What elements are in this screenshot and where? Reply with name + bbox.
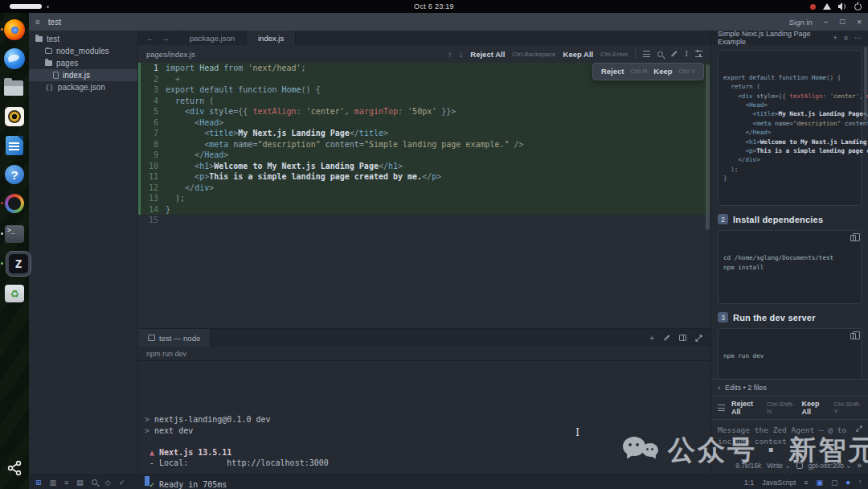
maximize-terminal-icon[interactable] [695,335,702,342]
reject-all-shortcut: Ctrl-Backspace [512,51,555,58]
restore-button[interactable]: ▢ [840,18,846,27]
tree-label: node_modules [56,47,109,55]
editor-scrollbar[interactable] [706,64,710,230]
dock-help-icon[interactable]: ? [4,164,25,185]
tree-item-package-json[interactable]: {}package.json [29,81,137,93]
dock-files-icon[interactable] [4,77,25,98]
review-list-icon[interactable] [718,405,725,411]
prev-hunk-icon[interactable]: ↑ [448,50,452,59]
breadcrumb[interactable]: pages/index.js [146,50,195,59]
agent-panel: Simple Next.js Landing Page Example + ≡ … [710,31,868,475]
step-3-badge: 3 [718,312,728,323]
edits-summary-bar[interactable]: › Edits • 2 files [711,379,868,396]
dock-terminal-icon[interactable]: >_ [4,224,25,244]
dock-software-center-icon[interactable] [4,193,25,214]
dock-zed-icon[interactable]: Z [4,251,25,272]
nav-forward-icon[interactable]: → [162,34,170,43]
zed-window: ≡ test Sign in − ▢ × test node_modules p… [29,13,868,489]
tree-item-index-js[interactable]: index.js [29,69,137,81]
folder-open-icon [45,60,52,66]
split-pane-icon[interactable] [679,335,686,341]
dock-firefox-icon[interactable] [4,19,25,40]
thread-title[interactable]: Simple Next.js Landing Page Example [718,30,833,46]
panel-more-icon[interactable]: ⋯ [854,34,862,42]
tab-bar: ← → package.json index.js [138,31,710,45]
terminal-edit-icon[interactable] [663,337,670,339]
app-menu-icon[interactable]: ≡ [35,18,40,27]
language-selector[interactable]: JavaScript [762,479,796,487]
diagnostics-icon[interactable]: ◇ [105,479,111,487]
assistant-toggle-icon[interactable]: ▢ [831,479,838,487]
tab-package-json[interactable]: package.json [178,31,247,45]
search-toggle-icon[interactable] [92,479,97,485]
volume-icon[interactable] [838,2,847,10]
copilot-icon[interactable]: ◆ [846,479,850,486]
code-lines[interactable]: import Head from 'next/head'; +export de… [166,63,710,215]
desktop: Oct 6 23:19 ? >_ Z ♻ ≡ test [0,0,868,489]
tree-item-root[interactable]: test [29,33,137,45]
filter-icon[interactable] [695,51,702,57]
selection-icon[interactable]: I [685,50,688,58]
show-apps-icon[interactable] [6,460,23,479]
outline-panel-toggle-icon[interactable]: ▥ [50,479,57,487]
close-button[interactable]: × [857,18,862,27]
terminal-tab-icon: › [148,335,155,341]
system-tray[interactable] [810,0,862,13]
folder-icon [45,48,52,54]
install-code-block[interactable]: cd /home/sglang/Documents/testnpm instal… [718,230,862,304]
terminal-tab[interactable]: › test — node [138,329,211,347]
panel-keep-all-button[interactable]: Keep All [801,400,827,416]
dock-thunderbird-icon[interactable] [4,48,25,69]
checks-icon[interactable]: ✓ [119,479,125,487]
terminal-task-label[interactable]: npm run dev [138,347,710,361]
thread-history-icon[interactable]: ≡ [844,34,848,42]
code-editor[interactable]: 1234567891011121314 import Head from 'ne… [138,63,710,328]
copy-icon[interactable] [850,333,856,339]
chevron-right-icon: › [718,384,720,392]
panel-scrollbar[interactable] [864,47,867,121]
run-dev-code-block[interactable]: npm run dev [718,328,862,379]
project-panel-toggle-icon[interactable]: ⊞ [35,479,42,487]
sign-in-button[interactable]: Sign in [789,18,813,27]
dock-libreoffice-writer-icon[interactable] [4,135,25,156]
network-icon[interactable] [823,3,831,10]
copy-icon[interactable] [850,235,856,241]
keep-all-shortcut: Ctrl-Enter [600,51,628,58]
step-3-heading: 3 Run the dev server [718,312,862,323]
tree-item-pages[interactable]: pages [29,57,137,69]
expand-composer-icon[interactable] [856,425,862,432]
dock-rhythmbox-icon[interactable] [4,106,25,127]
new-terminal-icon[interactable]: + [649,334,654,343]
tab-index-js[interactable]: index.js [247,31,296,45]
next-hunk-icon[interactable]: ↓ [459,50,463,59]
review-list-icon[interactable] [643,51,650,57]
edit-icon[interactable] [670,53,678,55]
terminal-cursor [145,476,149,486]
terminal-toggle-icon[interactable]: ▣ [817,479,824,487]
collab-panel-toggle-icon[interactable]: ≡ [64,479,68,487]
cursor-position[interactable]: 1:1 [744,479,755,487]
panel-keep-all-shortcut: Ctrl-Shift-Y [833,401,862,415]
keep-button[interactable]: Keep [653,66,672,77]
assistant-code-block[interactable]: export default function Home() { return … [718,50,862,206]
tree-item-node-modules[interactable]: node_modules [29,45,137,57]
mouse-ibeam-cursor: I [575,426,579,438]
minimize-button[interactable]: − [824,18,829,27]
reject-button[interactable]: Reject [601,66,624,77]
panel-reject-all-button[interactable]: Reject All [731,400,760,416]
nav-back-icon[interactable]: ← [146,34,154,43]
clock[interactable]: Oct 6 23:19 [0,2,868,10]
keep-all-button[interactable]: Keep All [563,50,594,59]
terminal-output[interactable]: > nextjs-landing@0.1.0 dev> next dev ▲ N… [138,361,710,489]
format-icon[interactable]: ≡ [804,479,808,487]
notifications-icon[interactable]: ↑ [858,479,862,486]
power-icon[interactable] [854,3,862,10]
git-panel-toggle-icon[interactable]: ▤ [76,479,84,487]
dock-trash-icon[interactable]: ♻ [4,283,25,304]
search-icon[interactable] [657,51,663,57]
step-2-heading: 2 Install dependencies [718,214,862,224]
new-thread-icon[interactable]: + [833,34,837,42]
step-2-badge: 2 [718,214,728,224]
window-title[interactable]: test [48,18,61,27]
reject-all-button[interactable]: Reject All [470,50,505,59]
